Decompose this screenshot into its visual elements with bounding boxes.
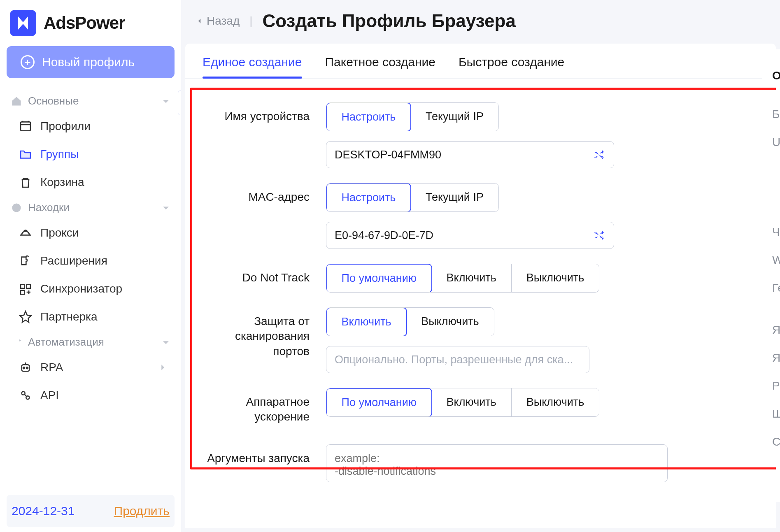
right-panel-head: О	[772, 62, 780, 90]
svg-rect-0	[21, 122, 30, 130]
section-auto-header[interactable]: Автоматизация	[7, 331, 175, 353]
section-finds-header[interactable]: Находки	[7, 196, 175, 219]
right-panel-item: Ге	[772, 274, 780, 302]
right-panel-item: Яз	[772, 344, 780, 372]
row-mac: MAC-адрес Настроить Текущий IP	[185, 176, 776, 256]
star-icon	[19, 310, 32, 323]
profiles-icon	[19, 120, 32, 133]
portscan-opt-off[interactable]: Выключить	[406, 308, 494, 336]
renew-link[interactable]: Продлить	[114, 504, 170, 518]
subscription-date: 2024-12-31	[12, 504, 75, 518]
sidebar-item-partner[interactable]: Партнерка	[7, 303, 175, 331]
dnt-opt-on[interactable]: Включить	[432, 264, 512, 292]
sidebar-item-trash[interactable]: Корзина	[7, 168, 175, 196]
right-panel-item: We	[772, 246, 780, 274]
mac-label: MAC-адрес	[203, 183, 310, 204]
sidebar-item-extensions[interactable]: Расширения	[7, 247, 175, 275]
shuffle-icon[interactable]	[592, 229, 605, 242]
row-device-name: Имя устройства Настроить Текущий IP	[185, 84, 776, 176]
folder-icon	[19, 148, 32, 161]
section-main-header[interactable]: Основные	[7, 90, 175, 112]
sidebar-item-profiles[interactable]: Профили	[7, 112, 175, 140]
back-button[interactable]: Назад	[196, 14, 240, 28]
content-card: Единое создание Пакетное создание Быстро…	[185, 44, 776, 528]
proxy-icon	[19, 226, 32, 239]
trash-icon	[19, 176, 32, 189]
portscan-segment: Включить Выключить	[326, 307, 494, 336]
logo-icon	[10, 10, 36, 36]
right-panel-item: Бр	[772, 100, 780, 128]
chevron-right-icon	[158, 363, 167, 372]
mac-input[interactable]	[335, 229, 592, 242]
portscan-input[interactable]	[335, 353, 581, 366]
svg-point-6	[23, 367, 25, 369]
device-name-input-wrap	[326, 141, 614, 168]
tab-batch[interactable]: Пакетное создание	[325, 55, 435, 78]
logo-text: AdsPower	[44, 13, 125, 33]
hwaccel-segment: По умолчанию Включить Выключить	[326, 388, 599, 417]
sidebar-item-sync[interactable]: Синхронизатор	[7, 275, 175, 303]
right-panel-item: Ca	[772, 428, 780, 456]
main: Назад | Создать Профиль Браузера Единое …	[181, 0, 780, 532]
device-name-input[interactable]	[335, 149, 592, 161]
subscription-row: 2024-12-31 Продлить	[7, 495, 175, 527]
dnt-opt-default[interactable]: По умолчанию	[326, 264, 432, 293]
sidebar: AdsPower + Новый профиль Основные Профил…	[0, 0, 181, 532]
svg-point-1	[12, 203, 21, 212]
hwaccel-label: Аппаратное ускорение	[203, 388, 310, 425]
dnt-label: Do Not Track	[203, 264, 310, 285]
chevron-down-icon	[161, 97, 170, 106]
svg-rect-2	[21, 284, 24, 288]
auto-icon	[11, 337, 22, 348]
portscan-opt-on[interactable]: Включить	[326, 307, 407, 336]
tab-single[interactable]: Единое создание	[203, 55, 302, 78]
sidebar-item-proxy[interactable]: Прокси	[7, 219, 175, 247]
divider: |	[249, 14, 252, 28]
hwaccel-opt-default[interactable]: По умолчанию	[326, 388, 432, 417]
portscan-label: Защита от сканирования портов	[203, 307, 310, 359]
new-profile-button[interactable]: + Новый профиль	[7, 46, 175, 78]
form-area: Имя устройства Настроить Текущий IP	[185, 79, 776, 528]
page-title: Создать Профиль Браузера	[263, 11, 516, 31]
device-name-opt-currentip[interactable]: Текущий IP	[411, 103, 498, 131]
hwaccel-opt-off[interactable]: Выключить	[512, 388, 599, 416]
home-icon	[11, 95, 22, 107]
puzzle-icon	[19, 254, 32, 267]
mac-segment: Настроить Текущий IP	[326, 183, 499, 212]
dnt-opt-off[interactable]: Выключить	[512, 264, 599, 292]
mac-opt-configure[interactable]: Настроить	[326, 183, 411, 212]
device-name-opt-configure[interactable]: Настроить	[326, 102, 411, 131]
chevron-down-icon	[161, 338, 170, 347]
plus-icon: +	[21, 55, 35, 69]
row-dnt: Do Not Track По умолчанию Включить Выклю…	[185, 256, 776, 300]
sidebar-item-api[interactable]: API	[7, 381, 175, 409]
row-launchargs: Аргументы запуска	[185, 432, 776, 490]
mac-input-wrap	[326, 222, 614, 249]
chevron-left-icon	[196, 17, 203, 25]
tab-quick[interactable]: Быстрое создание	[459, 55, 564, 78]
right-panel: О Бр Us Ча We Ге Яз Яз Ра Шр Ca	[762, 49, 780, 502]
hwaccel-opt-on[interactable]: Включить	[432, 388, 512, 416]
row-hwaccel: Аппаратное ускорение По умолчанию Включи…	[185, 381, 776, 432]
sidebar-item-groups[interactable]: Группы	[7, 140, 175, 168]
launchargs-input[interactable]	[326, 444, 668, 482]
robot-icon	[19, 361, 32, 374]
svg-point-7	[26, 367, 28, 369]
device-name-label: Имя устройства	[203, 102, 310, 124]
logo: AdsPower	[7, 5, 175, 46]
row-portscan: Защита от сканирования портов Включить В…	[185, 300, 776, 381]
sidebar-item-rpa[interactable]: RPA	[7, 353, 175, 381]
chevron-down-icon	[161, 203, 170, 212]
shuffle-icon[interactable]	[592, 148, 605, 161]
dnt-segment: По умолчанию Включить Выключить	[326, 264, 599, 293]
right-panel-item: Ра	[772, 372, 780, 400]
api-icon	[19, 389, 32, 402]
right-panel-item: Us	[772, 128, 780, 156]
right-panel-item: Яз	[772, 316, 780, 344]
right-panel-item: Ча	[772, 218, 780, 246]
new-profile-label: Новый профиль	[42, 55, 135, 69]
mac-opt-currentip[interactable]: Текущий IP	[411, 184, 498, 211]
right-panel-item: Шр	[772, 400, 780, 428]
launchargs-label: Аргументы запуска	[203, 444, 310, 466]
main-header: Назад | Создать Профиль Браузера	[181, 0, 780, 38]
